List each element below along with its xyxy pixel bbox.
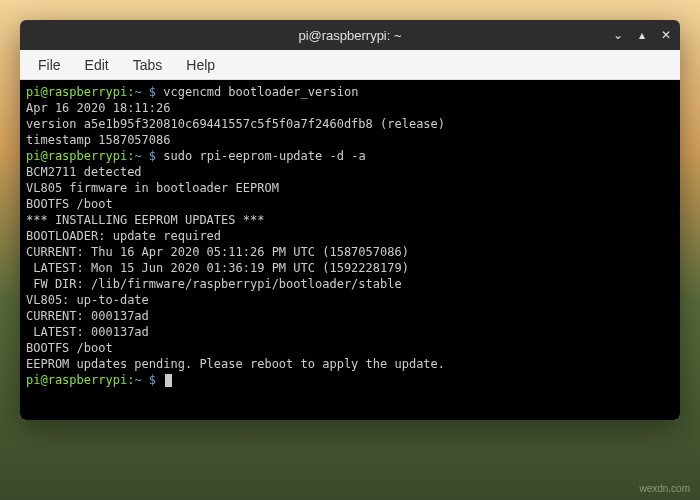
output-line: timestamp 1587057086 — [26, 132, 674, 148]
prompt-dollar: $ — [142, 373, 164, 387]
menubar: File Edit Tabs Help — [20, 50, 680, 80]
close-icon[interactable]: ✕ — [658, 27, 674, 43]
prompt-user: pi@raspberrypi — [26, 85, 127, 99]
output-line: FW DIR: /lib/firmware/raspberrypi/bootlo… — [26, 276, 674, 292]
prompt-line: pi@raspberrypi:~ $ sudo rpi-eeprom-updat… — [26, 148, 674, 164]
prompt-user: pi@raspberrypi — [26, 149, 127, 163]
menu-file[interactable]: File — [28, 53, 71, 77]
output-line: EEPROM updates pending. Please reboot to… — [26, 356, 674, 372]
titlebar: pi@raspberrypi: ~ ⌄ ▴ ✕ — [20, 20, 680, 50]
prompt-user: pi@raspberrypi — [26, 373, 127, 387]
output-line: CURRENT: 000137ad — [26, 308, 674, 324]
prompt-dollar: $ — [142, 149, 164, 163]
window-controls: ⌄ ▴ ✕ — [610, 27, 674, 43]
prompt-dollar: $ — [142, 85, 164, 99]
maximize-icon[interactable]: ▴ — [634, 27, 650, 43]
output-line: version a5e1b95f320810c69441557c5f5f0a7f… — [26, 116, 674, 132]
minimize-icon[interactable]: ⌄ — [610, 27, 626, 43]
command-text: vcgencmd bootloader_version — [163, 85, 358, 99]
prompt-path: ~ — [134, 373, 141, 387]
output-line: VL805 firmware in bootloader EEPROM — [26, 180, 674, 196]
cursor-icon — [165, 374, 172, 387]
output-line: BOOTFS /boot — [26, 196, 674, 212]
prompt-path: ~ — [134, 149, 141, 163]
command-text: sudo rpi-eeprom-update -d -a — [163, 149, 365, 163]
menu-help[interactable]: Help — [176, 53, 225, 77]
watermark: wexdn.com — [639, 483, 690, 494]
menu-edit[interactable]: Edit — [75, 53, 119, 77]
output-line: BCM2711 detected — [26, 164, 674, 180]
output-line: LATEST: 000137ad — [26, 324, 674, 340]
output-line: BOOTFS /boot — [26, 340, 674, 356]
output-line: Apr 16 2020 18:11:26 — [26, 100, 674, 116]
output-line: VL805: up-to-date — [26, 292, 674, 308]
output-line: LATEST: Mon 15 Jun 2020 01:36:19 PM UTC … — [26, 260, 674, 276]
prompt-path: ~ — [134, 85, 141, 99]
prompt-line: pi@raspberrypi:~ $ vcgencmd bootloader_v… — [26, 84, 674, 100]
output-line: *** INSTALLING EEPROM UPDATES *** — [26, 212, 674, 228]
output-line: BOOTLOADER: update required — [26, 228, 674, 244]
prompt-line: pi@raspberrypi:~ $ — [26, 372, 674, 388]
menu-tabs[interactable]: Tabs — [123, 53, 173, 77]
terminal-window: pi@raspberrypi: ~ ⌄ ▴ ✕ File Edit Tabs H… — [20, 20, 680, 420]
window-title: pi@raspberrypi: ~ — [298, 28, 401, 43]
output-line: CURRENT: Thu 16 Apr 2020 05:11:26 PM UTC… — [26, 244, 674, 260]
terminal-output[interactable]: pi@raspberrypi:~ $ vcgencmd bootloader_v… — [20, 80, 680, 420]
